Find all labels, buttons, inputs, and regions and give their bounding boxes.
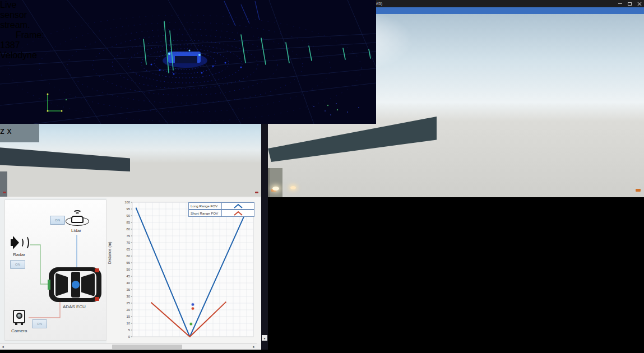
svg-text:100: 100: [124, 201, 130, 204]
adas-ecu-label: ADAS ECU: [63, 304, 86, 309]
fov-chart-svg: 0510152025303540455055606570758085909510…: [106, 198, 261, 343]
desktop: monoDrive_Replay_Demo.vi ファイル(F) 編集(E) 表…: [0, 0, 644, 353]
legend-label: Long Range FOV: [189, 204, 221, 208]
scroll-left-icon[interactable]: ◂: [0, 344, 6, 350]
sensor-diagram: ON Lidar Radar ON: [4, 199, 106, 341]
frame-counter: Frame: 1387: [0, 30, 44, 50]
svg-text:35: 35: [127, 288, 130, 291]
camera-label: Camera: [11, 328, 27, 333]
lidar-on-button[interactable]: ON: [50, 216, 65, 225]
svg-text:10: 10: [127, 322, 130, 325]
svg-text:75: 75: [127, 234, 130, 238]
radar-icon: [11, 235, 32, 250]
legend-row: Long Range FOV: [188, 202, 254, 210]
svg-text:90: 90: [127, 214, 130, 217]
svg-text:0: 0: [128, 335, 130, 338]
svg-text:60: 60: [127, 254, 130, 258]
concrete-pillar: [268, 168, 282, 197]
svg-text:70: 70: [127, 241, 130, 244]
legend-line-icon: [221, 203, 254, 209]
scrollbar-thumb[interactable]: [112, 345, 182, 349]
lidar-label: Lidar: [71, 228, 81, 233]
radar-label: Radar: [13, 252, 25, 257]
legend-row: Short Range FOV: [188, 210, 254, 217]
svg-text:25: 25: [127, 301, 130, 305]
svg-text:55: 55: [127, 261, 130, 264]
svg-text:80: 80: [127, 227, 130, 231]
sensor-panel: ON Lidar Radar ON: [0, 198, 261, 343]
camera-icon: [13, 310, 25, 323]
adas-car-icon: [49, 267, 101, 302]
pointcloud-view: z x: [0, 0, 376, 136]
svg-text:40: 40: [127, 281, 130, 285]
svg-text:85: 85: [127, 221, 130, 224]
scroll-right-icon[interactable]: ▸: [251, 344, 257, 350]
veloview-statusbar: Live sensor stream. Frame: 1387 Velodyne: [0, 0, 44, 61]
velodyne-brand: Velodyne: [0, 50, 37, 60]
stream-status: Live sensor stream.: [0, 0, 30, 30]
legend-line-icon: [221, 210, 254, 216]
svg-text:20: 20: [127, 308, 130, 312]
radar-on-button[interactable]: ON: [10, 260, 25, 269]
camera-on-button[interactable]: ON: [32, 319, 47, 328]
svg-text:45: 45: [127, 275, 130, 278]
maximize-button[interactable]: [625, 0, 634, 7]
chart-legend: Long Range FOVShort Range FOV: [188, 202, 254, 217]
svg-text:5: 5: [128, 328, 130, 332]
horizontal-scrollbar[interactable]: ◂ ▸: [0, 343, 257, 350]
svg-text:15: 15: [127, 315, 130, 318]
svg-text:50: 50: [127, 268, 130, 271]
pointcloud-scene: [0, 0, 376, 124]
axis-x-label: x: [7, 126, 11, 136]
close-button[interactable]: [634, 0, 644, 7]
scroll-down-icon[interactable]: ▾: [262, 335, 267, 341]
svg-text:30: 30: [127, 295, 130, 298]
minimize-button[interactable]: [615, 0, 625, 7]
legend-label: Short Range FOV: [189, 211, 221, 215]
svg-text:65: 65: [127, 248, 130, 251]
svg-text:95: 95: [127, 207, 130, 211]
axis-z-label: z: [0, 126, 4, 136]
fov-chart: Distance (m) 051015202530354045505560657…: [106, 198, 261, 343]
elevated-beam: [0, 142, 130, 171]
